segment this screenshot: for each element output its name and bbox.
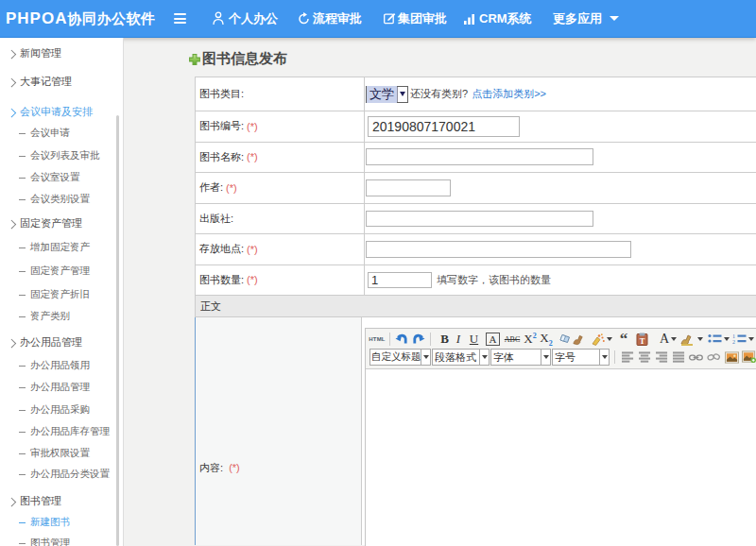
svg-text:T: T (640, 335, 645, 345)
svg-text:2: 2 (732, 339, 735, 345)
